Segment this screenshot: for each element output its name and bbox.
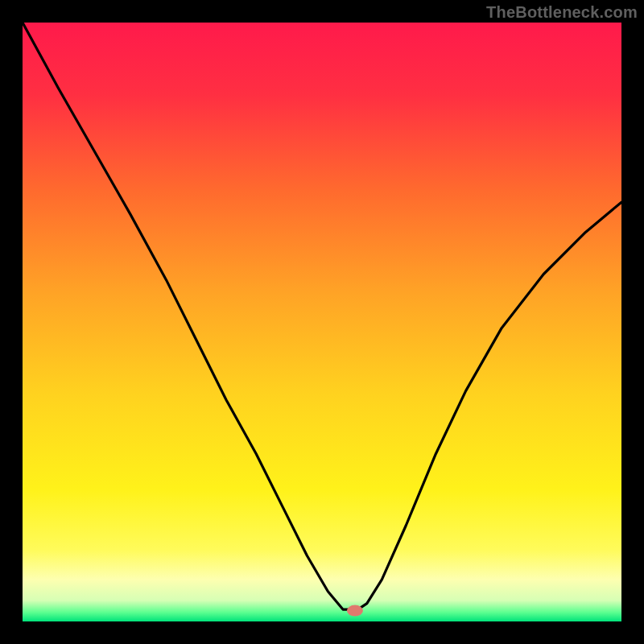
plot-background bbox=[23, 23, 621, 621]
chart-stage: TheBottleneck.com bbox=[0, 0, 644, 644]
marker-dot bbox=[347, 605, 363, 617]
watermark-text: TheBottleneck.com bbox=[486, 3, 638, 22]
chart-svg bbox=[0, 0, 644, 644]
